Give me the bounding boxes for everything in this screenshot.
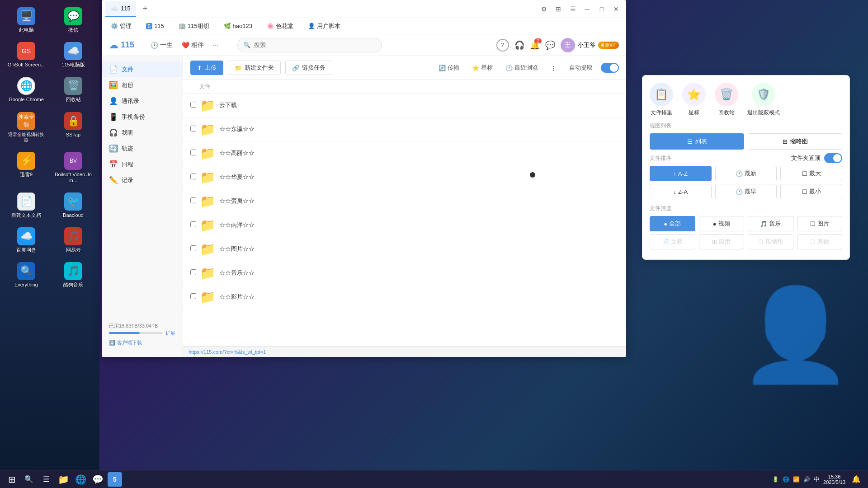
auto-extract-button[interactable]: 自动提取 — [565, 62, 597, 74]
checkbox-input[interactable] — [190, 221, 196, 227]
table-row[interactable]: 📁 ☆☆蛮夷☆☆ — [183, 189, 626, 213]
sort-za-button[interactable]: ↓ Z-A — [650, 184, 712, 199]
nav-org[interactable]: 🏢 115组织 — [175, 20, 213, 32]
desktop-icon-video[interactable]: 搜索全能 迅雷全能视频转换器 — [5, 109, 48, 145]
table-row[interactable]: 📁 ☆☆图片☆☆ — [183, 237, 626, 261]
desktop-icon-baacloud[interactable]: 🐦 Baacloud — [52, 190, 95, 221]
search-input[interactable] — [254, 42, 376, 48]
checkbox-input[interactable] — [190, 174, 196, 179]
nav-tab-yisheng[interactable]: 🕐 一生 — [151, 40, 173, 50]
recent-button[interactable]: 🕐 最近浏览 — [501, 62, 542, 74]
nav-script[interactable]: 👤 用户脚本 — [304, 20, 344, 32]
filter-other-button[interactable]: ☐ 其他 — [797, 234, 843, 249]
file-checkbox[interactable] — [190, 174, 199, 181]
desktop-icon-chrome[interactable]: 🌐 Google Chrome — [5, 74, 48, 105]
taskbar-wechat[interactable]: 💬 — [90, 472, 105, 487]
filter-all-button[interactable]: ● 全部 — [650, 216, 695, 231]
nav-setang[interactable]: 🌸 色花堂 — [263, 20, 297, 32]
desktop-icon-baidu[interactable]: ☁️ 百度网盘 — [5, 225, 48, 256]
desktop-icon-gilisoft[interactable]: GS GiliSoft Screen... — [5, 39, 48, 70]
sidebar-item-notes[interactable]: ✏️ 记录 — [102, 172, 183, 188]
sidebar-item-files[interactable]: 📄 文件 — [102, 61, 183, 77]
minimize-button[interactable]: ─ — [581, 3, 594, 15]
view-list-button[interactable]: ☰ 列表 — [650, 133, 744, 150]
menu-icon[interactable]: ☰ — [566, 3, 579, 15]
folders-first-toggle[interactable] — [824, 153, 842, 163]
client-download-button[interactable]: ⬇️ 客户端下载 — [109, 339, 175, 346]
checkbox-input[interactable] — [190, 293, 196, 299]
transfer-button[interactable]: 🔄 传输 — [434, 62, 464, 74]
layout-icon[interactable]: ⊞ — [552, 3, 565, 15]
file-checkbox[interactable] — [190, 269, 199, 277]
view-thumb-button[interactable]: ⊞ 缩略图 — [748, 133, 842, 150]
checkbox-input[interactable] — [190, 245, 196, 251]
new-tab-button[interactable]: + — [139, 3, 151, 15]
sidebar-item-backup[interactable]: 📱 手机备份 — [102, 109, 183, 125]
filter-video-button[interactable]: ● 视频 — [699, 216, 745, 231]
sort-oldest-button[interactable]: 🕐 最早 — [715, 184, 777, 199]
desktop-icon-115phone[interactable]: ☁️ 115电脑版 — [52, 39, 95, 70]
desktop-icon-xunlei[interactable]: ⚡ 迅雷9 — [5, 149, 48, 186]
desktop-icon-boilsoft[interactable]: BV Boilsoft Video Join... — [52, 149, 95, 186]
file-checkbox[interactable] — [190, 197, 199, 205]
table-row[interactable]: 📁 ☆☆高丽☆☆ — [183, 141, 626, 165]
desktop-icon-netease[interactable]: 🎵 网易云 — [52, 225, 95, 256]
table-row[interactable]: 📁 ☆☆东瀛☆☆ — [183, 117, 626, 141]
file-checkbox[interactable] — [190, 245, 199, 253]
star-button[interactable]: ⭐ 星标 — [467, 62, 497, 74]
desktop-icon-everything[interactable]: 🔍 Everything — [5, 259, 48, 291]
file-checkbox[interactable] — [190, 293, 199, 300]
desktop-icon-computer[interactable]: 🖥️ 此电脑 — [5, 5, 48, 36]
checkbox-input[interactable] — [190, 102, 196, 108]
sort-newest-button[interactable]: 🕐 最新 — [715, 166, 777, 181]
sidebar-item-contacts[interactable]: 👤 通讯录 — [102, 93, 183, 109]
help-button[interactable]: ? — [496, 39, 509, 52]
settings-icon[interactable]: ⚙ — [538, 3, 550, 15]
sidebar-item-album[interactable]: 🖼️ 相册 — [102, 77, 183, 93]
file-checkbox[interactable] — [190, 150, 199, 157]
sort-az-button[interactable]: ↑ A-Z — [650, 166, 712, 181]
close-button[interactable]: ✕ — [610, 3, 623, 15]
table-row[interactable]: 📁 ☆☆华夏☆☆ — [183, 165, 626, 189]
table-row[interactable]: 📁 ☆☆影片☆☆ — [183, 285, 626, 309]
dd-icon-dedup[interactable]: 📋 文件排重 — [650, 83, 673, 117]
new-folder-button[interactable]: 📁 新建文件夹 — [228, 61, 281, 75]
file-checkbox[interactable] — [190, 102, 199, 109]
taskbar-app5[interactable]: 5 — [108, 472, 122, 487]
desktop-icon-newdoc[interactable]: 📄 新建文本文档 — [5, 190, 48, 221]
sidebar-item-listen[interactable]: 🎧 我听 — [102, 125, 183, 141]
taskbar-task-view[interactable]: ☰ — [39, 472, 53, 487]
more-options-button[interactable]: ⋮ — [546, 63, 561, 73]
checkbox-input[interactable] — [190, 197, 196, 203]
dd-icon-hide-exit[interactable]: 🛡️ 退出隐蔽模式 — [747, 83, 780, 117]
sidebar-item-track[interactable]: 🔄 轨迹 — [102, 141, 183, 156]
filter-image-button[interactable]: ☐ 图片 — [797, 216, 843, 231]
link-task-button[interactable]: 🔗 链接任务 — [285, 61, 332, 75]
upload-button[interactable]: ⬆ 上传 — [190, 61, 223, 75]
filter-app-button[interactable]: ⊞ 应用 — [699, 234, 745, 249]
expand-link[interactable]: 扩展 — [165, 330, 175, 337]
nav-tab-xiangban[interactable]: ❤️ 相伴 — [182, 40, 204, 50]
headphone-icon[interactable]: 🎧 — [514, 40, 524, 50]
user-info[interactable]: 王 小王爷 黄金VIP — [561, 38, 619, 52]
dd-icon-star[interactable]: ⭐ 星标 — [682, 83, 706, 117]
start-button[interactable]: ⊞ — [5, 472, 19, 487]
checkbox-input[interactable] — [190, 269, 196, 275]
table-row[interactable]: 📁 云下载 — [183, 94, 626, 117]
checkbox-input[interactable] — [190, 150, 196, 155]
browser-tab[interactable]: ☁️ 115 — [105, 1, 136, 17]
desktop-icon-kugou[interactable]: 🎵 酷狗音乐 — [52, 259, 95, 291]
taskbar-explorer[interactable]: 📁 — [56, 472, 71, 487]
table-row[interactable]: 📁 ☆☆音乐☆☆ — [183, 261, 626, 285]
taskbar-search[interactable]: 🔍 — [22, 472, 36, 487]
table-row[interactable]: 📁 ☆☆南洋☆☆ — [183, 213, 626, 237]
auto-extract-toggle[interactable] — [601, 63, 619, 73]
file-checkbox[interactable] — [190, 126, 199, 133]
nav-hao123[interactable]: 🌿 hao123 — [220, 21, 256, 31]
checkbox-input[interactable] — [190, 126, 196, 131]
filter-archive-button[interactable]: ☐ 压缩包 — [748, 234, 793, 249]
notification-button[interactable]: 🔔 2 — [530, 40, 540, 50]
filter-music-button[interactable]: 🎵 音乐 — [748, 216, 793, 231]
dd-icon-recycle[interactable]: 🗑️ 回收站 — [715, 83, 738, 117]
sidebar-item-schedule[interactable]: 📅 日程 — [102, 156, 183, 172]
